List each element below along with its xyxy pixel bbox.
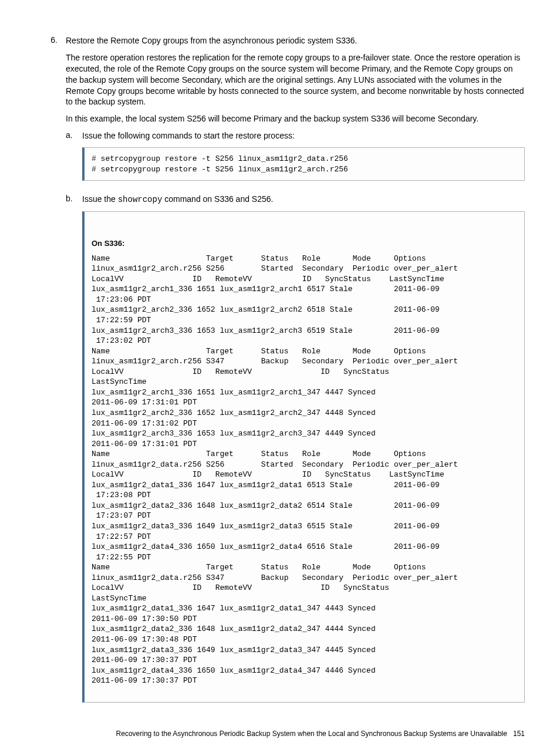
substep-b-body: Issue the showrcopy command on S336 and … <box>82 194 525 712</box>
substep-a-num: a. <box>66 130 82 190</box>
footer-text: Recovering to the Asynchronous Periodic … <box>116 730 507 738</box>
step-number: 6. <box>35 35 66 712</box>
code-block-restore: # setrcopygroup restore -t S256 linux_as… <box>82 147 525 181</box>
page-number: 151 <box>513 730 525 738</box>
substep-a-text: Issue the following commands to start th… <box>82 130 525 141</box>
substep-b-num: b. <box>66 194 82 712</box>
step-body: Restore the Remote Copy groups from the … <box>66 35 525 712</box>
code-block-label: On S336: <box>92 238 517 249</box>
substep-b: b. Issue the showrcopy command on S336 a… <box>66 194 525 712</box>
step-para-2: In this example, the local system S256 w… <box>66 113 525 124</box>
substep-b-text-pre: Issue the <box>82 194 118 204</box>
showrcopy-cmd: showrcopy <box>118 195 163 204</box>
code-block-showrcopy: On S336:Name Target Status Role Mode Opt… <box>82 211 525 703</box>
page-footer: Recovering to the Asynchronous Periodic … <box>35 730 525 738</box>
step-para-1: The restore operation restores the repli… <box>66 52 525 107</box>
substep-a: a. Issue the following commands to start… <box>66 130 525 190</box>
step-title: Restore the Remote Copy groups from the … <box>66 35 525 46</box>
code-block-output: Name Target Status Role Mode Options lin… <box>92 254 458 685</box>
step-6: 6. Restore the Remote Copy groups from t… <box>35 35 525 712</box>
substep-b-text: Issue the showrcopy command on S336 and … <box>82 194 525 205</box>
substep-a-body: Issue the following commands to start th… <box>82 130 525 190</box>
substep-b-text-post: command on S336 and S256. <box>162 194 273 204</box>
